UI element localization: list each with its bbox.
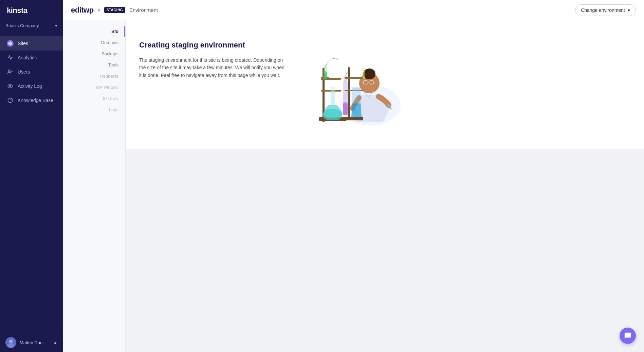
change-env-label: Change environment <box>581 7 625 13</box>
kinsta-logo: kinsta <box>7 6 27 15</box>
subnav-item-logs: Logs <box>63 104 125 115</box>
sidebar: kinsta Brian's Company ▾ Sites Analytics <box>0 0 63 352</box>
chevron-up-icon: ▲ <box>53 340 57 345</box>
topbar: editwp ▾ STAGING Environment Change envi… <box>63 0 644 20</box>
user-name: Matteo Duo <box>20 340 42 345</box>
book-icon <box>7 97 14 104</box>
content-area: Info Domains Backups Tools Redirects WP … <box>63 20 644 352</box>
analytics-icon <box>7 54 14 61</box>
subnav-item-backups[interactable]: Backups <box>63 48 125 59</box>
subnav-item-wp-plugins: WP Plugins <box>63 82 125 93</box>
content-description: The staging environment for this site is… <box>139 56 285 79</box>
svg-point-32 <box>343 102 348 105</box>
staging-badge: STAGING <box>104 7 125 13</box>
sidebar-item-sites[interactable]: Sites <box>0 36 63 51</box>
subnav-item-tools[interactable]: Tools <box>63 59 125 71</box>
topbar-left: editwp ▾ STAGING Environment <box>71 6 158 15</box>
svg-point-17 <box>366 69 372 75</box>
svg-point-5 <box>10 85 11 87</box>
sidebar-item-label: Sites <box>18 41 28 46</box>
sidebar-item-label: Users <box>18 69 30 75</box>
page-content: Creating staging environment The staging… <box>126 20 644 352</box>
avatar <box>5 337 16 348</box>
globe-icon <box>7 40 14 47</box>
svg-rect-44 <box>363 68 365 78</box>
svg-point-2 <box>8 70 10 72</box>
content-title: Creating staging environment <box>139 41 285 50</box>
subnav-item-redirects: Redirects <box>63 71 125 82</box>
sidebar-item-label: Analytics <box>18 55 37 60</box>
svg-point-45 <box>363 77 365 79</box>
content-text: Creating staging environment The staging… <box>139 34 285 79</box>
site-chevron-icon[interactable]: ▾ <box>98 7 100 13</box>
svg-rect-28 <box>331 92 335 107</box>
sidebar-item-users[interactable]: Users <box>0 65 63 79</box>
company-selector[interactable]: Brian's Company ▾ <box>0 20 63 34</box>
lab-illustration <box>299 34 407 129</box>
eye-icon <box>7 83 14 90</box>
sidebar-item-analytics[interactable]: Analytics <box>0 51 63 65</box>
user-footer[interactable]: Matteo Duo ▲ <box>0 333 63 352</box>
user-plus-icon <box>7 69 14 75</box>
change-environment-button[interactable]: Change environment ▾ <box>575 4 636 16</box>
svg-rect-39 <box>348 67 350 120</box>
svg-point-10 <box>9 339 13 344</box>
content-card: Creating staging environment The staging… <box>126 20 644 149</box>
user-info: Matteo Duo <box>5 337 42 348</box>
chat-button[interactable] <box>620 328 636 344</box>
sidebar-nav: Sites Analytics Users <box>0 34 63 333</box>
chevron-down-icon: ▾ <box>628 7 630 13</box>
sidebar-item-knowledge-base[interactable]: Knowledge Base <box>0 93 63 107</box>
svg-rect-33 <box>344 76 347 82</box>
subnav: Info Domains Backups Tools Redirects WP … <box>63 20 126 352</box>
chevron-down-icon: ▾ <box>55 23 57 28</box>
environment-label: Environment <box>129 7 158 13</box>
svg-rect-41 <box>345 77 363 79</box>
subnav-item-ip-deny: IP Deny <box>63 93 125 104</box>
sidebar-item-activity-log[interactable]: Activity Log <box>0 79 63 93</box>
svg-point-37 <box>324 71 327 73</box>
svg-rect-31 <box>343 103 348 115</box>
main-area: editwp ▾ STAGING Environment Change envi… <box>63 0 644 352</box>
svg-rect-29 <box>331 86 335 93</box>
subnav-item-info[interactable]: Info <box>63 26 125 37</box>
site-title: editwp <box>71 6 94 15</box>
logo-area: kinsta <box>0 0 63 20</box>
sidebar-item-label: Activity Log <box>18 83 42 89</box>
svg-rect-43 <box>352 87 361 91</box>
svg-rect-40 <box>345 117 363 120</box>
sidebar-item-label: Knowledge Base <box>18 98 53 103</box>
subnav-item-domains[interactable]: Domains <box>63 37 125 48</box>
company-name: Brian's Company <box>5 23 39 28</box>
